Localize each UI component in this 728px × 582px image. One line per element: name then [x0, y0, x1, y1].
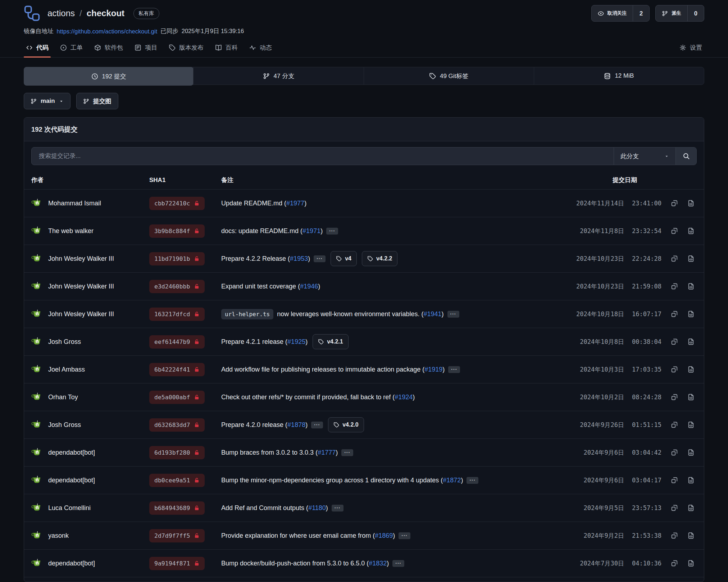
browse-source-button[interactable]: [687, 227, 695, 235]
tab-projects[interactable]: 项目: [129, 39, 163, 57]
expand-commit-button[interactable]: ···: [447, 311, 459, 318]
commit-author[interactable]: John Wesley Walker III: [48, 283, 114, 290]
stat-branches[interactable]: 47 分支: [193, 67, 363, 85]
copy-sha-button[interactable]: [671, 283, 678, 290]
browse-source-button[interactable]: [687, 394, 695, 401]
commit-author[interactable]: Josh Gross: [48, 421, 81, 429]
commit-sha-link[interactable]: de5a000abf: [149, 391, 205, 404]
repo-link[interactable]: checkout: [87, 8, 124, 18]
commit-author[interactable]: The web walker: [48, 227, 94, 235]
stat-tags[interactable]: 49 Git标签: [364, 67, 534, 85]
stat-size[interactable]: 12 MiB: [534, 67, 704, 85]
copy-sha-button[interactable]: [671, 477, 678, 484]
commit-sha-link[interactable]: 6d193bf280: [149, 446, 205, 459]
watchers-count[interactable]: 2: [633, 5, 649, 21]
tab-wiki[interactable]: 百科: [209, 39, 244, 57]
browse-source-button[interactable]: [687, 477, 695, 484]
browse-source-button[interactable]: [687, 421, 695, 428]
commit-graph-button[interactable]: 提交图: [76, 93, 118, 109]
issue-link[interactable]: #1977: [286, 200, 304, 207]
commit-author[interactable]: yasonk: [48, 532, 69, 540]
issue-link[interactable]: #1924: [395, 394, 413, 401]
fork-button[interactable]: 派生: [656, 5, 687, 21]
expand-commit-button[interactable]: ···: [326, 228, 338, 235]
copy-sha-button[interactable]: [671, 449, 678, 456]
commit-sha-link[interactable]: 11bd71901b: [149, 252, 205, 265]
commit-author[interactable]: Josh Gross: [48, 338, 81, 346]
avatar[interactable]: [31, 392, 42, 403]
unwatch-button[interactable]: 取消关注: [592, 5, 633, 21]
issue-link[interactable]: #1777: [318, 449, 336, 456]
browse-source-button[interactable]: [687, 449, 695, 456]
tab-packages[interactable]: 软件包: [88, 39, 129, 57]
browse-source-button[interactable]: [687, 200, 695, 207]
issue-link[interactable]: #1919: [424, 366, 442, 373]
avatar[interactable]: [31, 558, 42, 569]
expand-commit-button[interactable]: ···: [467, 477, 478, 484]
avatar[interactable]: [31, 309, 42, 319]
copy-sha-button[interactable]: [671, 366, 678, 373]
tab-settings[interactable]: 设置: [674, 39, 708, 57]
commit-author[interactable]: John Wesley Walker III: [48, 255, 114, 263]
issue-link[interactable]: #1946: [300, 283, 318, 290]
issue-link[interactable]: #1941: [423, 310, 441, 318]
browse-source-button[interactable]: [687, 283, 695, 290]
commit-sha-link[interactable]: b684943689: [149, 501, 205, 515]
commit-sha-link[interactable]: 2d7d9f7ff5: [149, 529, 205, 542]
commit-sha-link[interactable]: 9a9194f871: [149, 557, 205, 570]
expand-commit-button[interactable]: ···: [314, 255, 326, 262]
issue-link[interactable]: #1832: [369, 560, 387, 567]
browse-source-button[interactable]: [687, 504, 695, 511]
expand-commit-button[interactable]: ···: [392, 560, 404, 567]
branch-selector[interactable]: main: [24, 93, 70, 109]
avatar[interactable]: [31, 253, 42, 264]
search-input[interactable]: [32, 147, 614, 165]
copy-sha-button[interactable]: [671, 255, 678, 262]
avatar[interactable]: [31, 226, 42, 236]
version-tag[interactable]: v4.2.2: [362, 251, 397, 266]
commit-sha-link[interactable]: d632683dd7: [149, 418, 205, 432]
browse-source-button[interactable]: [687, 560, 695, 567]
commit-author[interactable]: Luca Comellini: [48, 504, 91, 512]
commit-sha-link[interactable]: cbb722410c: [149, 197, 205, 210]
issue-link[interactable]: #1971: [302, 227, 320, 235]
copy-sha-button[interactable]: [671, 227, 678, 235]
browse-source-button[interactable]: [687, 338, 695, 345]
issue-link[interactable]: #1180: [308, 504, 326, 511]
commit-author[interactable]: dependabot[bot]: [48, 449, 95, 456]
commit-author[interactable]: John Wesley Walker III: [48, 310, 114, 318]
copy-sha-button[interactable]: [671, 504, 678, 511]
issue-link[interactable]: #1872: [443, 477, 461, 484]
version-tag[interactable]: v4.2.1: [313, 334, 348, 349]
avatar[interactable]: [31, 281, 42, 292]
copy-sha-button[interactable]: [671, 310, 678, 318]
owner-link[interactable]: actions: [47, 8, 75, 18]
version-tag[interactable]: v4: [331, 251, 357, 266]
expand-commit-button[interactable]: ···: [448, 366, 460, 373]
browse-source-button[interactable]: [687, 532, 695, 539]
tab-releases[interactable]: 版本发布: [163, 39, 209, 57]
browse-source-button[interactable]: [687, 310, 695, 318]
commit-author[interactable]: Mohammad Ismail: [48, 200, 101, 207]
mirror-url-link[interactable]: https://github.com/actions/checkout.git: [57, 28, 158, 35]
avatar[interactable]: [31, 364, 42, 375]
issue-link[interactable]: #1869: [375, 532, 393, 539]
copy-sha-button[interactable]: [671, 200, 678, 207]
copy-sha-button[interactable]: [671, 560, 678, 567]
avatar[interactable]: [31, 336, 42, 347]
copy-sha-button[interactable]: [671, 394, 678, 401]
browse-source-button[interactable]: [687, 255, 695, 262]
commit-sha-link[interactable]: e3d2460bbb: [149, 280, 205, 293]
stat-commits[interactable]: 192 提交: [24, 67, 194, 86]
expand-commit-button[interactable]: ···: [332, 505, 343, 511]
site-logo[interactable]: [24, 5, 40, 22]
avatar[interactable]: [31, 198, 42, 209]
commit-sha-link[interactable]: db0cee9a51: [149, 474, 205, 487]
commit-author[interactable]: Orhan Toy: [48, 394, 78, 401]
commit-author[interactable]: Joel Ambass: [48, 366, 85, 373]
tab-activity[interactable]: 动态: [244, 39, 278, 57]
search-button[interactable]: [675, 147, 696, 165]
copy-sha-button[interactable]: [671, 532, 678, 539]
tab-code[interactable]: 代码: [20, 39, 54, 57]
issue-link[interactable]: #1925: [287, 338, 305, 345]
